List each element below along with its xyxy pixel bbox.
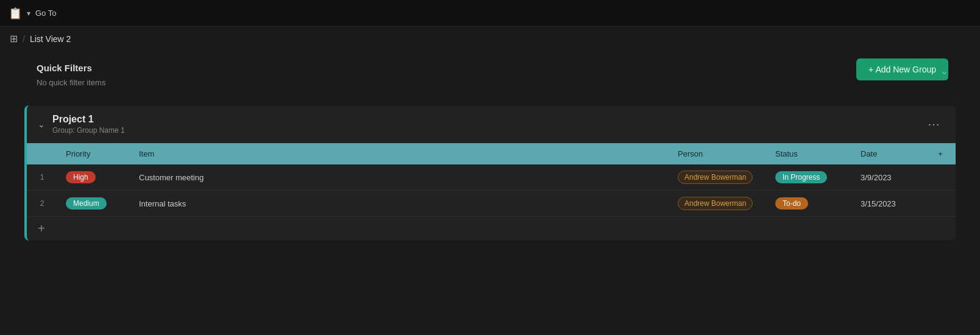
home-icon[interactable]: ⊞ bbox=[10, 33, 18, 44]
status-badge: In Progress bbox=[775, 171, 827, 183]
breadcrumb-current: List View 2 bbox=[30, 34, 71, 44]
more-options-icon[interactable]: ⋯ bbox=[923, 115, 945, 134]
project-group-card: ⌄ Project 1 Group: Group Name 1 ⋯ Priori… bbox=[24, 105, 956, 241]
col-header-status: Status bbox=[767, 143, 852, 164]
quick-filters-section: Quick Filters No quick filter items ⌄ bbox=[0, 51, 980, 93]
dropdown-icon[interactable]: ▾ bbox=[27, 9, 30, 18]
row-num: 1 bbox=[27, 164, 57, 191]
col-header-date: Date bbox=[852, 143, 925, 164]
person-badge: Andrew Bowerman bbox=[678, 171, 753, 184]
project-title-block: Project 1 Group: Group Name 1 bbox=[52, 114, 915, 135]
row-date: 3/9/2023 bbox=[852, 164, 925, 191]
project-title: Project 1 bbox=[52, 114, 915, 125]
row-add bbox=[925, 191, 956, 217]
person-badge: Andrew Bowerman bbox=[678, 197, 753, 210]
project-subtitle: Group: Group Name 1 bbox=[52, 126, 915, 135]
col-header-item: Item bbox=[130, 143, 669, 164]
collapse-icon[interactable]: ⌄ bbox=[38, 119, 45, 129]
table-row: 1 High Customer meeting Andrew Bowerman … bbox=[27, 164, 956, 191]
row-person: Andrew Bowerman bbox=[669, 164, 767, 191]
status-badge: To-do bbox=[775, 197, 808, 210]
top-bar: 📋 ▾ Go To bbox=[0, 0, 980, 27]
breadcrumb: ⊞ / List View 2 bbox=[0, 27, 980, 51]
row-item[interactable]: Internal tasks bbox=[130, 191, 669, 217]
table-header-row: Priority Item Person Status Date + bbox=[27, 143, 956, 164]
table-row: 2 Medium Internal tasks Andrew Bowerman … bbox=[27, 191, 956, 217]
breadcrumb-separator: / bbox=[23, 34, 25, 44]
app-icon[interactable]: 📋 bbox=[9, 7, 22, 20]
row-date: 3/15/2023 bbox=[852, 191, 925, 217]
row-person: Andrew Bowerman bbox=[669, 191, 767, 217]
row-priority: High bbox=[57, 164, 130, 191]
goto-label: Go To bbox=[35, 9, 56, 18]
add-row-button[interactable]: + bbox=[27, 217, 56, 241]
priority-badge: High bbox=[66, 171, 96, 183]
priority-badge: Medium bbox=[66, 197, 107, 210]
col-header-add[interactable]: + bbox=[925, 143, 956, 164]
col-header-person: Person bbox=[669, 143, 767, 164]
quick-filters-empty: No quick filter items bbox=[37, 78, 943, 87]
project-header: ⌄ Project 1 Group: Group Name 1 ⋯ bbox=[27, 105, 956, 143]
row-status: To-do bbox=[767, 191, 852, 217]
row-status: In Progress bbox=[767, 164, 852, 191]
quick-filters-chevron-icon[interactable]: ⌄ bbox=[940, 65, 948, 77]
project-table: Priority Item Person Status Date + 1 Hig… bbox=[27, 143, 956, 217]
col-header-priority: Priority bbox=[57, 143, 130, 164]
row-priority: Medium bbox=[57, 191, 130, 217]
quick-filters-title: Quick Filters bbox=[37, 63, 943, 73]
row-add bbox=[925, 164, 956, 191]
row-item[interactable]: Customer meeting bbox=[130, 164, 669, 191]
col-header-num bbox=[27, 143, 57, 164]
row-num: 2 bbox=[27, 191, 57, 217]
